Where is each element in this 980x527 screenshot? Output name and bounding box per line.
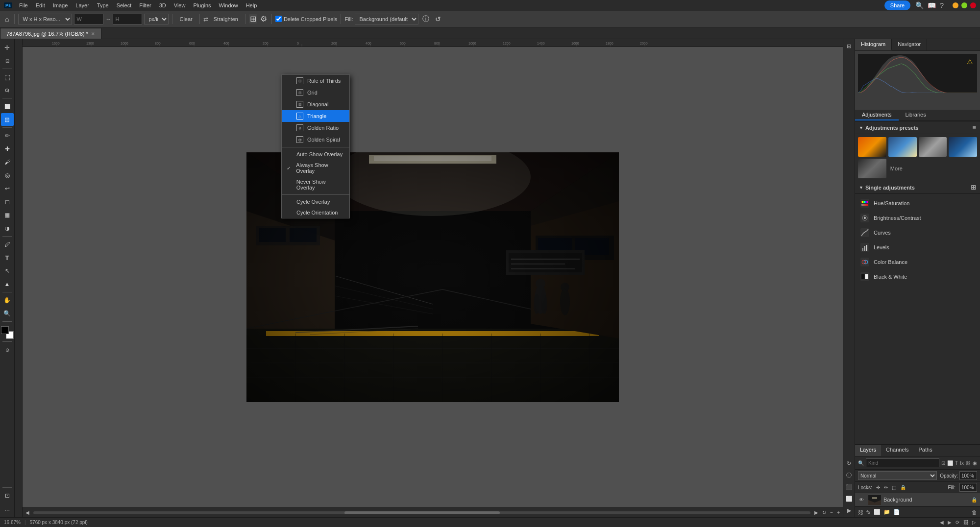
single-adj-list-icon[interactable]: ⊞ xyxy=(971,184,976,191)
scroll-track-h[interactable] xyxy=(33,511,810,514)
brightness-contrast-item[interactable]: Brightness/Contrast xyxy=(855,211,980,225)
info-icon[interactable]: ⓘ xyxy=(420,15,431,24)
rule-of-thirds-option[interactable]: ⊞ Rule of Thirds xyxy=(282,75,349,87)
clear-button[interactable]: Clear xyxy=(176,13,196,25)
document-tab[interactable]: 787A8796.jpg @ 16.7% (RGB/8) * ✕ xyxy=(0,28,101,39)
adjustments-tab[interactable]: Adjustments xyxy=(855,110,899,120)
auto-show-option[interactable]: Auto Show Overlay xyxy=(282,149,349,160)
layers-toggle-filter-icon[interactable]: ◉ xyxy=(973,460,977,466)
layers-tab[interactable]: Layers xyxy=(855,445,881,456)
add-mask-icon[interactable]: ⬜ xyxy=(874,509,881,515)
new-group-icon[interactable]: 📁 xyxy=(883,509,890,515)
canvas-content[interactable]: ⊞ Rule of Thirds ⊞ Grid ⊠ Diagonal △ Tri… xyxy=(23,47,843,507)
menu-filter[interactable]: Filter xyxy=(135,1,155,9)
menu-plugins[interactable]: Plugins xyxy=(189,1,215,9)
link-layers-icon[interactable]: ⛓ xyxy=(858,509,863,515)
search-icon[interactable]: 🔍 xyxy=(915,1,924,9)
canvas-settings-icon[interactable]: ↻ xyxy=(844,458,854,468)
fill-input[interactable] xyxy=(959,483,977,492)
layers-mask-icon[interactable]: ⬜ xyxy=(947,460,953,466)
lasso-tool[interactable]: ⵕ xyxy=(1,84,14,96)
fill-select[interactable]: Background (default) xyxy=(355,14,418,24)
shape-tool[interactable]: ▲ xyxy=(1,278,14,290)
diagonal-option[interactable]: ⊠ Diagonal xyxy=(282,98,349,110)
paths-tab[interactable]: Paths xyxy=(914,445,937,456)
lock-artboard-icon[interactable]: ⬚ xyxy=(892,485,896,490)
navigator-tab[interactable]: Navigator xyxy=(892,39,927,50)
delete-cropped-checkbox[interactable] xyxy=(275,16,282,22)
clone-stamp-tool[interactable]: ◎ xyxy=(1,169,14,182)
preset-2[interactable] xyxy=(888,137,917,157)
arrange-icon[interactable]: ⊞ xyxy=(844,41,854,51)
menu-window[interactable]: Window xyxy=(215,1,242,9)
single-adj-header[interactable]: ▼ Single adjustments ⊞ xyxy=(855,181,980,194)
hue-saturation-item[interactable]: Hue/Saturation xyxy=(855,196,980,211)
delete-layer-icon[interactable]: 🗑 xyxy=(972,509,977,515)
color-balance-item[interactable]: Color Balance xyxy=(855,255,980,269)
scroll-arrow-right[interactable]: ▶ xyxy=(814,510,818,515)
slideshow-icon[interactable]: ▷ xyxy=(972,520,976,525)
more-presets[interactable]: More xyxy=(888,159,917,178)
never-show-option[interactable]: Never Show Overlay xyxy=(282,176,349,193)
cycle-overlay-option[interactable]: Cycle Overlay xyxy=(282,196,349,207)
menu-view[interactable]: View xyxy=(170,1,190,9)
menu-type[interactable]: Type xyxy=(93,1,113,9)
zoom-in-icon[interactable]: + xyxy=(837,510,840,515)
screen-mode[interactable]: ⊡ xyxy=(1,489,14,502)
menu-image[interactable]: Image xyxy=(49,1,72,9)
zoom-tool[interactable]: 🔍 xyxy=(1,307,14,320)
lock-position-icon[interactable]: ✛ xyxy=(876,485,880,490)
curves-item[interactable]: Curves xyxy=(855,225,980,240)
golden-ratio-option[interactable]: φ Golden Ratio xyxy=(282,122,349,134)
always-show-option[interactable]: ✓ Always Show Overlay xyxy=(282,160,349,176)
blend-mode-select[interactable]: Normal xyxy=(858,471,937,480)
doc-tab-close-icon[interactable]: ✕ xyxy=(91,31,95,36)
channels-tab[interactable]: Channels xyxy=(881,445,913,456)
grid-option[interactable]: ⊞ Grid xyxy=(282,87,349,98)
layer-visibility-icon[interactable]: 👁 xyxy=(858,496,865,503)
canvas-props-icon[interactable]: ⓘ xyxy=(844,470,854,480)
open-bridge-icon[interactable]: 🖼 xyxy=(963,520,968,525)
gradient-tool[interactable]: ▦ xyxy=(1,209,14,221)
learn-icon[interactable]: 📖 xyxy=(928,1,936,9)
lock-all-icon[interactable]: 🔒 xyxy=(900,485,906,490)
path-select-tool[interactable]: ↖ xyxy=(1,264,14,277)
preset-4[interactable] xyxy=(949,137,977,157)
foreground-color[interactable] xyxy=(1,326,9,334)
spot-healing-tool[interactable]: ✚ xyxy=(1,143,14,155)
rotate-canvas-icon[interactable]: ↻ xyxy=(822,510,826,515)
crop-size-select[interactable]: W x H x Reso... xyxy=(18,14,72,24)
zoom-out-icon[interactable]: − xyxy=(830,510,833,515)
levels-item[interactable]: Levels xyxy=(855,240,980,255)
menu-layer[interactable]: Layer xyxy=(72,1,93,9)
straighten-button[interactable]: Straighten xyxy=(210,13,242,25)
fg-bg-swatches[interactable] xyxy=(1,326,14,339)
help-icon[interactable]: ? xyxy=(940,1,944,9)
menu-file[interactable]: File xyxy=(15,1,32,9)
menu-edit[interactable]: Edit xyxy=(32,1,49,9)
opacity-input[interactable] xyxy=(959,471,977,480)
eraser-tool[interactable]: ◻ xyxy=(1,195,14,208)
close-button[interactable] xyxy=(970,2,976,8)
layers-filter-icon[interactable]: ⊡ xyxy=(941,460,945,466)
share-button[interactable]: Share xyxy=(884,0,910,10)
quick-mask-toggle[interactable]: ⊙ xyxy=(1,343,14,356)
crop-tool[interactable]: ⊟ xyxy=(1,113,14,126)
histogram-tab[interactable]: Histogram xyxy=(855,39,892,50)
reset-icon[interactable]: ↺ xyxy=(433,15,443,23)
layers-type-icon[interactable]: T xyxy=(955,460,958,466)
unit-select[interactable]: px/in xyxy=(144,14,169,24)
prev-canvas-icon[interactable]: ◀ xyxy=(940,520,944,525)
height-input[interactable] xyxy=(113,14,142,24)
lock-pixels-icon[interactable]: ✏ xyxy=(884,485,888,490)
black-white-item[interactable]: Black & White xyxy=(855,269,980,284)
width-input[interactable] xyxy=(74,14,103,24)
preset-3[interactable] xyxy=(919,137,947,157)
extra-tools[interactable]: … xyxy=(1,503,14,515)
brush-tool[interactable]: 🖌 xyxy=(1,156,14,168)
layers-effect-icon[interactable]: fx xyxy=(960,460,964,466)
hand-tool[interactable]: ✋ xyxy=(1,294,14,307)
preset-5[interactable] xyxy=(858,159,886,178)
adj-presets-list-icon[interactable]: ≡ xyxy=(972,124,976,131)
menu-help[interactable]: Help xyxy=(242,1,261,9)
